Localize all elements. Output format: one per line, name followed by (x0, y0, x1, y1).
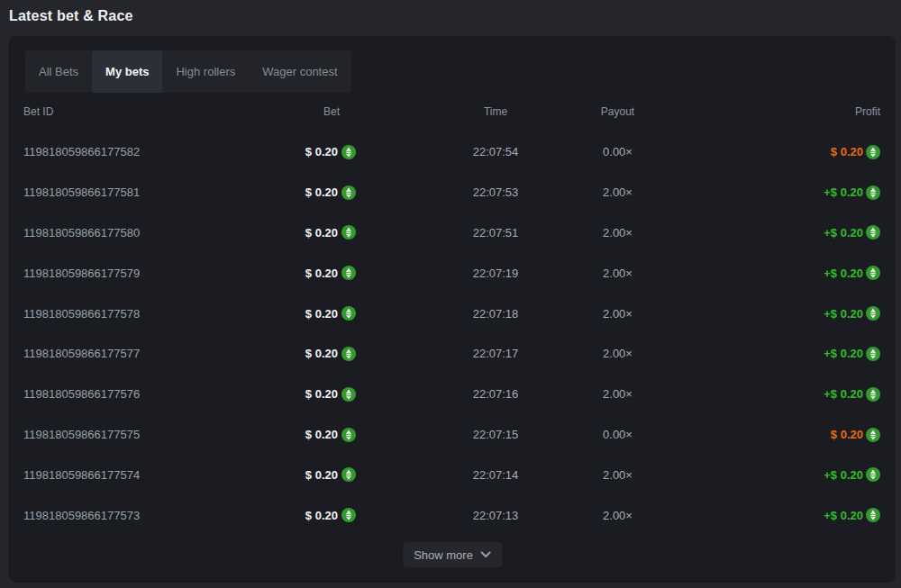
tab-all-bets[interactable]: All Bets (25, 50, 92, 93)
table-row[interactable]: 119818059866177576 $ 0.20 22:07:16 2.00×… (9, 374, 896, 414)
bets-tab-bar: All Bets My bets High rollers Wager cont… (25, 50, 351, 93)
currency-coin-icon (866, 467, 880, 482)
latest-bets-panel: All Bets My bets High rollers Wager cont… (9, 36, 896, 583)
bet-amount: $ 0.20 (305, 145, 338, 158)
currency-coin-icon (866, 185, 880, 200)
bets-table: Bet ID Bet Time Payout Profit 1198180598… (9, 91, 896, 535)
table-row[interactable]: 119818059866177574 $ 0.20 22:07:14 2.00×… (9, 455, 896, 495)
currency-coin-icon (866, 347, 880, 361)
table-body: 119818059866177582 $ 0.20 22:07:54 0.00×… (9, 131, 896, 535)
table-row[interactable]: 119818059866177577 $ 0.20 22:07:17 2.00×… (9, 334, 896, 375)
payout-cell: 2.00× (550, 334, 686, 375)
bet-amount: $ 0.20 (305, 428, 338, 441)
currency-coin-icon (866, 387, 880, 402)
table-row[interactable]: 119818059866177575 $ 0.20 22:07:15 0.00×… (9, 414, 896, 455)
currency-coin-icon (341, 387, 356, 402)
payout-cell: 2.00× (550, 172, 686, 213)
column-header-profit: Profit (855, 91, 880, 131)
bet-amount: $ 0.20 (305, 226, 338, 240)
currency-coin-icon (341, 185, 356, 200)
bet-amount: $ 0.20 (305, 509, 338, 522)
payout-cell: 2.00× (550, 374, 686, 414)
currency-coin-icon (341, 467, 356, 482)
table-header-row: Bet ID Bet Time Payout Profit (9, 91, 896, 131)
profit-amount: $ 0.20 (831, 145, 863, 158)
currency-coin-icon (866, 145, 880, 159)
currency-coin-icon (341, 347, 356, 361)
profit-amount: $ 0.20 (831, 428, 863, 441)
profit-amount: +$ 0.20 (824, 468, 863, 482)
currency-coin-icon (866, 508, 880, 522)
profit-amount: +$ 0.20 (824, 387, 863, 401)
tab-wager-contest[interactable]: Wager contest (249, 50, 350, 93)
table-row[interactable]: 119818059866177580 $ 0.20 22:07:51 2.00×… (9, 213, 896, 253)
column-header-bet: Bet (9, 91, 356, 131)
bet-amount: $ 0.20 (305, 185, 338, 199)
column-header-payout: Payout (550, 91, 686, 131)
currency-coin-icon (341, 225, 356, 240)
page-title: Latest bet & Race (9, 5, 133, 27)
table-row[interactable]: 119818059866177582 $ 0.20 22:07:54 0.00×… (9, 131, 896, 172)
table-row[interactable]: 119818059866177581 $ 0.20 22:07:53 2.00×… (9, 172, 896, 213)
show-more-button[interactable]: Show more (403, 542, 502, 567)
table-row[interactable]: 119818059866177578 $ 0.20 22:07:18 2.00×… (9, 294, 896, 334)
currency-coin-icon (866, 428, 880, 442)
currency-coin-icon (341, 266, 356, 280)
payout-cell: 2.00× (550, 213, 686, 253)
bet-amount: $ 0.20 (305, 387, 338, 401)
tab-high-rollers[interactable]: High rollers (162, 50, 249, 93)
currency-coin-icon (866, 225, 880, 240)
currency-coin-icon (341, 428, 356, 442)
currency-coin-icon (341, 306, 356, 321)
bet-amount: $ 0.20 (305, 307, 338, 321)
payout-cell: 0.00× (550, 414, 686, 455)
tab-my-bets[interactable]: My bets (92, 50, 162, 93)
payout-cell: 2.00× (550, 253, 686, 294)
bet-amount: $ 0.20 (305, 267, 338, 280)
currency-coin-icon (866, 266, 880, 280)
chevron-down-icon (480, 551, 491, 558)
table-row[interactable]: 119818059866177573 $ 0.20 22:07:13 2.00×… (9, 495, 896, 536)
profit-amount: +$ 0.20 (824, 267, 863, 280)
bet-amount: $ 0.20 (305, 347, 338, 360)
payout-cell: 0.00× (550, 131, 686, 172)
show-more-label: Show more (414, 548, 473, 562)
profit-amount: +$ 0.20 (824, 226, 863, 240)
currency-coin-icon (341, 508, 356, 522)
currency-coin-icon (341, 145, 356, 159)
payout-cell: 2.00× (550, 455, 686, 495)
table-row[interactable]: 119818059866177579 $ 0.20 22:07:19 2.00×… (9, 253, 896, 294)
bet-amount: $ 0.20 (305, 468, 338, 482)
payout-cell: 2.00× (550, 294, 686, 334)
profit-amount: +$ 0.20 (824, 185, 863, 199)
currency-coin-icon (866, 306, 880, 321)
profit-amount: +$ 0.20 (824, 509, 863, 522)
payout-cell: 2.00× (550, 495, 686, 536)
profit-amount: +$ 0.20 (824, 307, 863, 321)
profit-amount: +$ 0.20 (824, 347, 863, 360)
